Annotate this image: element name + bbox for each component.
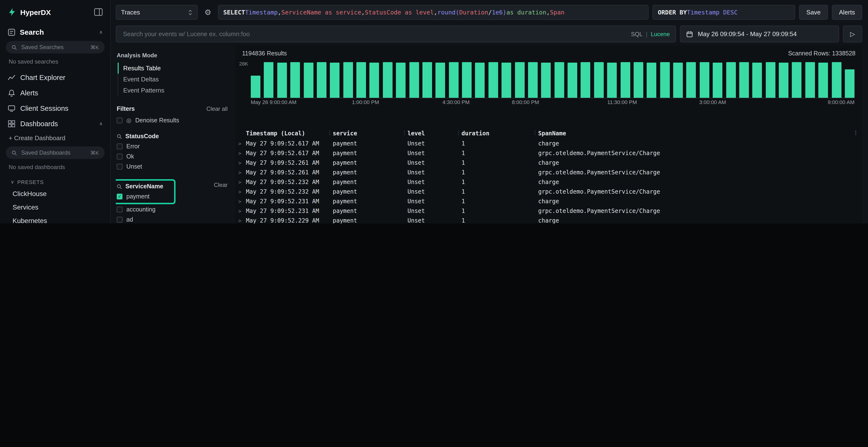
histogram-bar[interactable] (647, 62, 656, 98)
filter-group-header[interactable]: ServiceName (117, 182, 170, 191)
mode-event-deltas[interactable]: Event Deltas (117, 74, 227, 85)
row-expand-icon[interactable]: > (237, 150, 246, 156)
row-expand-icon[interactable]: > (237, 208, 246, 214)
column-header-spanname[interactable]: ⋮SpanName (538, 130, 862, 137)
histogram-bar[interactable] (290, 62, 300, 98)
histogram-bar[interactable] (541, 63, 551, 98)
sidebar-item-services[interactable]: Services (0, 200, 111, 214)
histogram-bar[interactable] (501, 62, 511, 98)
checkbox[interactable]: ✓ (117, 194, 123, 199)
histogram-bar[interactable] (383, 62, 393, 98)
sidebar-item-dashboards[interactable]: Dashboards ∧ (0, 116, 111, 132)
lucene-mode-option[interactable]: Lucene (651, 31, 670, 37)
checkbox[interactable] (117, 117, 123, 123)
event-search-input[interactable] (122, 30, 626, 38)
filter-option-ad[interactable]: ad (117, 214, 227, 224)
histogram-bar[interactable] (528, 62, 538, 98)
histogram-bar[interactable] (554, 62, 564, 98)
alerts-button[interactable]: Alerts (832, 5, 862, 20)
histogram-bar[interactable] (317, 62, 327, 98)
row-expand-icon[interactable]: > (237, 198, 246, 204)
sql-select-editor[interactable]: SELECT Timestamp, ServiceName as service… (218, 5, 649, 20)
checkbox[interactable] (117, 206, 123, 212)
histogram-bar[interactable] (251, 76, 260, 98)
histogram-bar[interactable] (752, 63, 762, 98)
histogram-bar[interactable] (766, 62, 775, 98)
row-expand-icon[interactable]: > (237, 169, 246, 176)
presets-toggle[interactable]: ∨ PRESETS (0, 175, 111, 187)
histogram-bar[interactable] (607, 63, 617, 98)
histogram-bar[interactable] (805, 62, 815, 98)
source-select[interactable]: Traces (116, 5, 198, 20)
histogram-bar[interactable] (436, 62, 445, 98)
sidebar-item-chart-explorer[interactable]: Chart Explorer (0, 70, 111, 85)
mode-results-table[interactable]: Results Table (117, 63, 227, 74)
histogram-bar[interactable] (515, 62, 524, 98)
histogram-bar[interactable] (832, 62, 841, 98)
table-row[interactable]: >May 27 9:09:52.231 AMpaymentUnset1grpc.… (235, 206, 862, 216)
filter-option-Ok[interactable]: Ok (117, 151, 227, 161)
histogram-bar[interactable] (356, 62, 366, 98)
row-expand-icon[interactable]: > (237, 160, 246, 166)
histogram-bar[interactable] (818, 62, 828, 98)
histogram-bar[interactable] (475, 63, 485, 98)
histogram-bar[interactable] (713, 62, 722, 98)
column-header-timestamp[interactable]: Timestamp (Local) (246, 130, 333, 137)
sidebar-item-client-sessions[interactable]: Client Sessions (0, 101, 111, 116)
histogram-bar[interactable] (423, 62, 432, 98)
sidebar-item-clickhouse[interactable]: ClickHouse (0, 187, 111, 200)
event-search-box[interactable]: SQL | Lucene (116, 26, 676, 42)
filter-clear-button[interactable]: Clear (214, 182, 227, 188)
column-header-duration[interactable]: ⋮duration (462, 130, 538, 137)
filter-option-payment[interactable]: ✓payment (117, 191, 170, 201)
saved-dashboards-input[interactable]: ⌘K (6, 146, 105, 159)
table-row[interactable]: >May 27 9:09:52.232 AMpaymentUnset1grpc.… (235, 187, 862, 197)
source-settings-button[interactable]: ⚙ (202, 5, 214, 20)
mode-event-patterns[interactable]: Event Patterns (117, 85, 227, 96)
histogram-bar[interactable] (845, 69, 855, 98)
histogram-bar[interactable] (396, 63, 406, 98)
histogram-bar[interactable] (660, 62, 670, 98)
clear-all-filters-button[interactable]: Clear all (207, 105, 227, 112)
saved-searches-input[interactable]: ⌘K (6, 41, 105, 54)
histogram-bar[interactable] (700, 62, 709, 98)
table-row[interactable]: >May 27 9:09:52.261 AMpaymentUnset1charg… (235, 158, 862, 168)
histogram-bar[interactable] (792, 62, 802, 98)
histogram-bar[interactable] (779, 62, 788, 98)
checkbox[interactable] (117, 164, 123, 169)
column-resize-handle[interactable]: ⋮ (532, 130, 538, 136)
sidebar-item-kubernetes[interactable]: Kubernetes (0, 214, 111, 224)
histogram-bar[interactable] (567, 62, 577, 98)
checkbox[interactable] (117, 216, 123, 222)
sidebar-item-alerts[interactable]: Alerts (0, 85, 111, 101)
histogram-bar[interactable] (462, 62, 472, 98)
filter-option-accounting[interactable]: accounting (117, 204, 227, 214)
column-resize-handle[interactable]: ⋮ (327, 130, 332, 136)
date-range-picker[interactable]: May 26 09:09:54 - May 27 09:09:54 (680, 26, 839, 42)
column-resize-handle[interactable]: ⋮ (402, 130, 407, 136)
histogram-bar[interactable] (739, 62, 749, 98)
table-row[interactable]: >May 27 9:09:52.261 AMpaymentUnset1grpc.… (235, 168, 862, 177)
table-row[interactable]: >May 27 9:09:52.232 AMpaymentUnset1charg… (235, 177, 862, 187)
filter-group-header[interactable]: StatusCode (117, 132, 227, 141)
histogram-bar[interactable] (686, 62, 696, 98)
table-row[interactable]: >May 27 9:09:52.617 AMpaymentUnset1charg… (235, 139, 862, 148)
save-button[interactable]: Save (799, 5, 828, 20)
histogram-bar[interactable] (343, 62, 353, 98)
checkbox[interactable] (117, 143, 123, 149)
histogram-bar[interactable] (370, 62, 379, 98)
histogram-bar[interactable] (409, 62, 419, 98)
column-header-service[interactable]: ⋮service (333, 130, 407, 137)
sql-mode-option[interactable]: SQL (631, 31, 643, 37)
histogram-bar[interactable] (633, 62, 643, 98)
histogram-bar[interactable] (277, 63, 287, 98)
saved-dashboards-field[interactable] (20, 149, 87, 157)
table-row[interactable]: >May 27 9:09:52.231 AMpaymentUnset1charg… (235, 197, 862, 206)
histogram-bar[interactable] (594, 62, 604, 98)
histogram-bar[interactable] (489, 62, 498, 98)
column-header-level[interactable]: ⋮level (407, 130, 462, 137)
histogram-bar[interactable] (264, 62, 274, 98)
row-expand-icon[interactable]: > (237, 188, 246, 195)
table-row[interactable]: >May 27 9:09:52.617 AMpaymentUnset1grpc.… (235, 148, 862, 158)
row-expand-icon[interactable]: > (237, 179, 246, 185)
